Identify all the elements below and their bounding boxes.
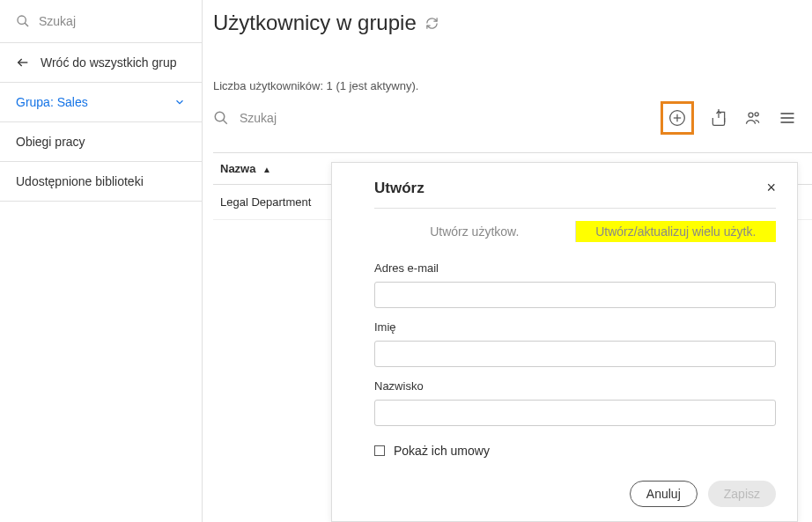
svg-point-10 (755, 113, 758, 116)
modal-header: Utwórz × (374, 179, 776, 209)
show-contracts-row[interactable]: Pokaż ich umowy (374, 444, 776, 458)
column-header-label: Nazwa (220, 162, 255, 175)
tab-bulk-update[interactable]: Utwórz/aktualizuj wielu użytk. (576, 221, 777, 242)
svg-point-0 (18, 16, 26, 24)
page-title: Użytkownicy w grupie (213, 11, 812, 35)
menu-button[interactable] (779, 109, 796, 127)
sidebar-item-workflows[interactable]: Obiegi pracy (0, 122, 202, 162)
save-button: Zapisz (708, 481, 776, 507)
arrow-left-icon (16, 55, 30, 70)
sort-asc-icon: ▲ (262, 165, 271, 174)
add-user-button[interactable] (668, 109, 686, 127)
cancel-button[interactable]: Anuluj (630, 481, 698, 507)
toolbar-actions (661, 101, 812, 135)
search-icon (213, 110, 229, 126)
svg-point-3 (215, 112, 225, 121)
refresh-icon[interactable] (425, 17, 439, 30)
sidebar-item-label: Udostępnione biblioteki (16, 174, 144, 188)
email-label: Adres e-mail (374, 261, 776, 275)
lastname-field[interactable] (374, 400, 776, 426)
firstname-field[interactable] (374, 341, 776, 367)
sidebar-back-link[interactable]: Wróć do wszystkich grup (0, 43, 202, 83)
lastname-label: Nazwisko (374, 379, 776, 393)
sidebar-search-placeholder: Szukaj (39, 14, 76, 28)
svg-line-1 (25, 23, 28, 26)
sidebar-search[interactable]: Szukaj (0, 0, 202, 43)
menu-icon (779, 109, 796, 127)
toolbar: Szukaj (213, 101, 812, 135)
add-user-highlight (661, 101, 694, 135)
sidebar-group-label: Grupa: Sales (16, 95, 88, 109)
page-title-text: Użytkownicy w grupie (213, 11, 417, 35)
checkbox-icon (374, 445, 385, 456)
firstname-label: Imię (374, 320, 776, 334)
plus-circle-icon (668, 109, 686, 127)
toolbar-search[interactable]: Szukaj (213, 110, 661, 126)
search-icon (16, 14, 30, 28)
modal-tabs: Utwórz użytkow. Utwórz/aktualizuj wielu … (374, 221, 776, 242)
tab-create-user[interactable]: Utwórz użytkow. (374, 221, 575, 242)
svg-line-4 (223, 120, 227, 124)
users-icon (743, 109, 763, 127)
close-button[interactable]: × (766, 179, 776, 197)
toolbar-search-placeholder: Szukaj (240, 111, 277, 125)
users-button[interactable] (743, 109, 763, 127)
show-contracts-label: Pokaż ich umowy (394, 444, 490, 458)
modal-title: Utwórz (374, 180, 424, 197)
chevron-down-icon (173, 96, 186, 108)
create-user-modal: Utwórz × Utwórz użytkow. Utwórz/aktualiz… (331, 162, 798, 522)
sidebar-item-label: Obiegi pracy (16, 135, 85, 149)
email-field[interactable] (374, 282, 776, 308)
sidebar-item-group[interactable]: Grupa: Sales (0, 83, 202, 122)
user-count-text: Liczba użytkowników: 1 (1 jest aktywny). (213, 79, 812, 92)
sidebar-back-label: Wróć do wszystkich grup (41, 55, 177, 70)
svg-point-9 (749, 113, 753, 117)
close-icon: × (766, 179, 776, 196)
export-button[interactable] (710, 109, 727, 127)
modal-actions: Anuluj Zapisz (374, 481, 776, 507)
sidebar-item-shared-libraries[interactable]: Udostępnione biblioteki (0, 162, 202, 202)
share-icon (710, 109, 727, 127)
sidebar: Szukaj Wróć do wszystkich grup Grupa: Sa… (0, 0, 203, 522)
